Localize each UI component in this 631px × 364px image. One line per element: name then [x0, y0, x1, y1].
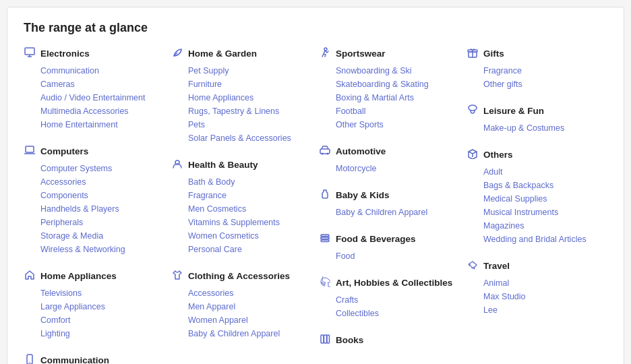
category-link[interactable]: Musical Instruments — [483, 208, 558, 217]
category-link[interactable]: Home Appliances — [188, 93, 253, 102]
category-block: Home AppliancesTelevisionsLarge Applianc… — [24, 270, 164, 340]
list-item: Pets — [188, 118, 312, 130]
list-item: Bath & Body — [188, 175, 312, 187]
category-link[interactable]: Boxing & Martial Arts — [336, 93, 414, 102]
category-link[interactable]: Large Appliances — [40, 302, 105, 311]
category-link[interactable]: Cameras — [40, 80, 75, 89]
category-link[interactable]: Personal Care — [188, 245, 242, 254]
category-link[interactable]: Components — [40, 191, 88, 200]
categories-grid: ElectronicsCommunicationCamerasAudio / V… — [24, 47, 607, 364]
category-link[interactable]: Medical Supplies — [483, 194, 547, 204]
list-item: Rugs, Tapestry & Linens — [188, 104, 312, 117]
category-link[interactable]: Solar Panels & Accessories — [188, 133, 291, 143]
category-icon — [171, 270, 183, 282]
category-link[interactable]: Other gifts — [483, 80, 522, 89]
category-link[interactable]: Accessories — [40, 177, 86, 187]
list-item: Accessories — [40, 175, 164, 187]
category-link[interactable]: Lighting — [40, 329, 70, 338]
category-icon — [319, 189, 331, 202]
category-link[interactable]: Multimedia Accessories — [40, 107, 129, 116]
category-header: Communication — [24, 354, 164, 364]
list-item: Magazines — [483, 219, 607, 231]
category-link[interactable]: Storage & Media — [40, 231, 103, 241]
category-title: Computers — [40, 146, 88, 156]
category-link[interactable]: Adult — [483, 167, 503, 177]
category-link[interactable]: Wedding and Bridal Articles — [483, 235, 587, 244]
category-link[interactable]: Handhelds & Players — [40, 204, 119, 214]
category-title: Baby & Kids — [336, 190, 390, 200]
list-item: Men Apparel — [188, 300, 312, 312]
category-link[interactable]: Men Apparel — [188, 302, 235, 311]
category-link[interactable]: Baby & Children Apparel — [336, 208, 427, 217]
category-link[interactable]: Communication — [40, 66, 99, 75]
category-title: Electronics — [40, 49, 90, 59]
category-title: Home Appliances — [40, 271, 117, 281]
category-link[interactable]: Women Apparel — [188, 315, 248, 325]
category-link[interactable]: Bath & Body — [188, 177, 235, 187]
svg-rect-12 — [321, 235, 329, 237]
category-link[interactable]: Fragrance — [188, 191, 227, 200]
category-link[interactable]: Rugs, Tapestry & Linens — [188, 107, 279, 116]
category-link[interactable]: Furniture — [188, 80, 222, 89]
category-block: Leisure & FunMake-up & Costumes — [467, 104, 607, 135]
category-header: Electronics — [24, 47, 164, 60]
category-link[interactable]: Accessories — [188, 289, 233, 298]
list-item: Cameras — [40, 78, 164, 90]
category-link[interactable]: Other Sports — [336, 120, 384, 129]
list-item: Pet Supply — [188, 64, 312, 76]
category-link[interactable]: Motorcycle — [336, 164, 376, 173]
category-title: Home & Garden — [188, 49, 257, 59]
list-item: Personal Care — [188, 243, 312, 255]
category-title: Communication — [40, 355, 109, 364]
category-link[interactable]: Crafts — [336, 295, 358, 305]
category-link[interactable]: Pet Supply — [188, 66, 229, 75]
list-item: Furniture — [188, 78, 312, 90]
category-link[interactable]: Men Cosmetics — [188, 204, 246, 214]
category-link[interactable]: Audio / Video Entertainment — [40, 93, 145, 102]
list-item: Audio / Video Entertainment — [40, 91, 164, 103]
category-link[interactable]: Vitamins & Supplements — [188, 218, 280, 227]
category-link[interactable]: Fragrance — [483, 66, 522, 75]
category-link[interactable]: Home Entertainment — [40, 120, 118, 129]
category-link[interactable]: Football — [336, 107, 365, 116]
list-item: Lee — [483, 303, 607, 315]
category-link[interactable]: Computer Systems — [40, 164, 112, 173]
list-item: Other Sports — [336, 118, 460, 130]
category-header: Others — [467, 148, 607, 161]
category-link[interactable]: Collectibles — [336, 309, 379, 318]
category-link[interactable]: Food — [336, 251, 355, 261]
category-link[interactable]: Max Studio — [483, 292, 526, 301]
list-item: Skateboarding & Skating — [336, 78, 460, 90]
list-item: Televisions — [40, 286, 164, 299]
category-icon — [319, 276, 331, 289]
list-item: Lighting — [40, 327, 164, 339]
category-icon — [467, 148, 479, 161]
category-link[interactable]: Women Cosmetics — [188, 231, 259, 241]
category-title: Sportswear — [336, 49, 386, 59]
list-item: Baby & Children Apparel — [336, 206, 460, 218]
list-item: Max Studio — [483, 290, 607, 302]
category-link[interactable]: Magazines — [483, 221, 524, 231]
category-icon — [319, 334, 331, 346]
category-link[interactable]: Pets — [188, 120, 205, 129]
category-link[interactable]: Comfort — [40, 315, 70, 325]
category-title: Art, Hobbies & Collectibles — [336, 278, 452, 288]
category-link[interactable]: Skateboarding & Skating — [336, 80, 429, 89]
list-item: Solar Panels & Accessories — [188, 131, 312, 144]
category-link[interactable]: Snowboarding & Ski — [336, 66, 412, 75]
category-block: Clothing & AccessoriesAccessoriesMen App… — [171, 270, 312, 340]
category-link[interactable]: Animal — [483, 278, 509, 288]
category-link[interactable]: Peripherals — [40, 218, 83, 227]
category-link[interactable]: Wireless & Networking — [40, 245, 125, 254]
category-title: Others — [483, 150, 513, 160]
category-link[interactable]: Make-up & Costumes — [483, 123, 564, 133]
category-link[interactable]: Bags & Backpacks — [483, 181, 553, 190]
category-block: SportswearSnowboarding & SkiSkateboardin… — [319, 47, 460, 131]
list-item: Vitamins & Supplements — [188, 216, 312, 228]
category-link[interactable]: Televisions — [40, 289, 82, 298]
category-block: TravelAnimalMax StudioLee — [467, 260, 607, 317]
list-item: Multimedia Accessories — [40, 104, 164, 117]
category-link[interactable]: Lee — [483, 305, 498, 315]
svg-rect-15 — [321, 335, 324, 343]
category-link[interactable]: Baby & Children Apparel — [188, 329, 280, 338]
